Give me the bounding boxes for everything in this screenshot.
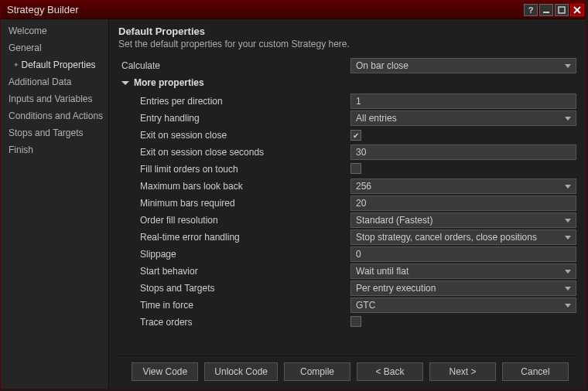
sidebar-item-finish[interactable]: Finish [1,141,108,158]
form-area: Calculate On bar close More properties E… [118,57,576,355]
property-select-value: GTC [356,300,375,311]
sidebar-item-inputs-and-variables[interactable]: Inputs and Variables [1,90,108,107]
property-checkbox[interactable] [350,316,361,327]
compile-button[interactable]: Compile [284,362,350,381]
property-select[interactable]: 256 [350,178,576,194]
footer: View Code Unlock Code Compile < Back Nex… [118,355,576,389]
back-button[interactable]: < Back [357,362,423,381]
main-panel: Default Properties Set the default prope… [109,19,586,389]
property-label: Fill limit orders on touch [118,164,350,175]
property-label: Exit on session close [118,130,350,141]
property-label: Slippage [118,249,350,260]
property-text[interactable]: 1 [350,94,576,109]
titlebar: Strategy Builder ? [1,1,586,19]
sidebar-item-stops-and-targets[interactable]: Stops and Targets [1,124,108,141]
property-select-value: Standard (Fastest) [356,215,432,226]
property-row: Exit on session close seconds30 [118,144,576,161]
unlock-code-button[interactable]: Unlock Code [204,362,278,381]
maximize-icon [558,6,566,14]
property-row: Time in forceGTC [118,297,576,314]
property-label: Maximum bars look back [118,181,350,192]
property-label: Time in force [118,300,350,311]
property-label: Stops and Targets [118,283,350,294]
maximize-button[interactable] [555,4,569,16]
chevron-down-icon [121,81,129,85]
property-row: Entry handlingAll entries [118,110,576,127]
property-select-value: All entries [356,113,397,124]
property-row: Trace orders [118,314,576,331]
body: Welcome General Default Properties Addit… [1,19,586,389]
property-row: Exit on session close [118,127,576,144]
more-properties-label: More properties [134,77,204,88]
property-row: Slippage0 [118,246,576,263]
more-properties-toggle[interactable]: More properties [118,77,576,88]
window-title: Strategy Builder [7,4,522,15]
property-select[interactable]: Standard (Fastest) [350,212,576,228]
property-row: Maximum bars look back256 [118,178,576,195]
sidebar-item-general[interactable]: General [1,39,108,56]
property-row: Minimum bars required20 [118,195,576,212]
property-select-value: Per entry execution [356,283,436,294]
property-select[interactable]: Wait until flat [350,264,576,279]
cancel-button[interactable]: Cancel [502,362,569,381]
sidebar-item-default-properties[interactable]: Default Properties [1,56,108,73]
property-text[interactable]: 0 [350,246,576,262]
property-label: Trace orders [118,317,350,328]
property-select[interactable]: Stop strategy, cancel orders, close posi… [350,230,576,245]
property-select-value: 256 [356,181,371,192]
property-label: Order fill resolution [118,215,350,226]
minimize-icon [542,6,550,14]
help-button[interactable]: ? [524,4,538,16]
sidebar: Welcome General Default Properties Addit… [1,19,109,389]
sidebar-item-conditions-and-actions[interactable]: Conditions and Actions [1,107,108,124]
property-row: Stops and TargetsPer entry execution [118,280,576,297]
property-label: Exit on session close seconds [118,147,350,158]
property-row: Order fill resolutionStandard (Fastest) [118,212,576,229]
close-button[interactable] [570,4,584,16]
property-label: Start behavior [118,266,350,277]
section-title: Default Properties [118,26,576,37]
strategy-builder-window: Strategy Builder ? Welcome General Defau… [0,0,586,389]
property-text[interactable]: 30 [350,144,576,160]
property-row: Fill limit orders on touch [118,161,576,178]
sidebar-item-additional-data[interactable]: Additional Data [1,73,108,90]
property-checkbox[interactable] [350,163,361,174]
view-code-button[interactable]: View Code [132,362,198,381]
property-row: Start behaviorWait until flat [118,263,576,280]
select-calculate-value: On bar close [356,60,409,71]
property-row: Entries per direction1 [118,93,576,110]
property-select-value: Stop strategy, cancel orders, close posi… [356,232,537,243]
property-label: Real-time error handling [118,232,350,243]
select-calculate[interactable]: On bar close [350,58,576,73]
property-row: Real-time error handlingStop strategy, c… [118,229,576,246]
property-label: Minimum bars required [118,198,350,209]
label-calculate: Calculate [118,60,350,71]
more-properties-list: Entries per direction1Entry handlingAll … [118,93,576,331]
property-select[interactable]: GTC [350,298,576,313]
sidebar-item-welcome[interactable]: Welcome [1,22,108,39]
property-label: Entries per direction [118,96,350,107]
minimize-button[interactable] [539,4,553,16]
property-select-value: Wait until flat [356,266,409,277]
next-button[interactable]: Next > [429,362,496,381]
svg-rect-1 [559,7,565,13]
property-text[interactable]: 20 [350,196,576,211]
property-label: Entry handling [118,113,350,124]
property-select[interactable]: Per entry execution [350,280,576,296]
property-select[interactable]: All entries [350,110,576,126]
close-icon [573,6,581,14]
row-calculate: Calculate On bar close [118,57,576,74]
property-checkbox[interactable] [350,130,361,141]
section-subtitle: Set the default properties for your cust… [118,39,576,49]
